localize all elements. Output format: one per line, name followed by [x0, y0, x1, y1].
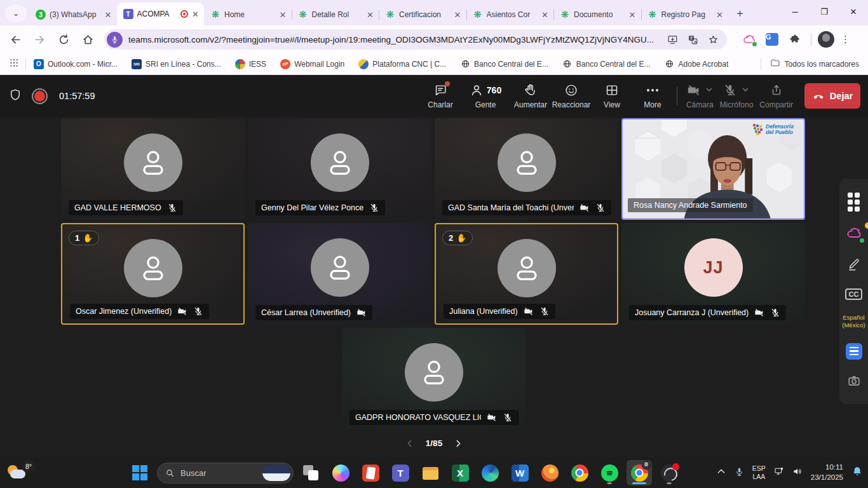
taskbar-search[interactable]: Buscar — [157, 463, 294, 484]
screen: ⌄ 3 (3) WhatsApp ✕ T ACOMPA ✕ ❋ Home ✕ ❋… — [0, 0, 868, 488]
tab-detalle-rol[interactable]: ❋ Detalle Rol ✕ — [292, 4, 379, 25]
copilot-button[interactable] — [328, 460, 353, 485]
bookmark-adobe[interactable]: Adobe Acrobat — [665, 59, 729, 69]
volume-icon[interactable] — [792, 466, 803, 479]
caption-language-label[interactable]: Español (México) — [839, 314, 868, 329]
tab-asientos[interactable]: ❋ Asientos Cor ✕ — [466, 4, 554, 25]
next-page-icon[interactable] — [454, 439, 463, 448]
participant-tile[interactable]: GAD Santa María del Toachi (Unverifi... — [435, 118, 618, 220]
close-button[interactable]: ✕ — [839, 0, 868, 23]
browser-menu-icon[interactable]: ⋮ — [841, 34, 851, 45]
bookmark-sri[interactable]: SRI SRI en Línea - Cons... — [132, 59, 221, 69]
captions-badge[interactable]: CC — [845, 288, 863, 300]
tab-close-icon[interactable]: ✕ — [367, 10, 374, 20]
mic-chevron-icon[interactable] — [742, 85, 749, 96]
restore-button[interactable]: ❐ — [810, 0, 839, 23]
tab-search-caret[interactable]: ⌄ — [5, 4, 27, 22]
weather-extension-icon[interactable] — [846, 226, 862, 243]
teams-app-button[interactable]: T — [388, 460, 413, 485]
tab-certificacion[interactable]: ❋ Certificacion ✕ — [379, 4, 466, 25]
tab-documento[interactable]: ❋ Documento ✕ — [553, 4, 641, 25]
clock[interactable]: 10:11 23/1/2025 — [811, 463, 843, 482]
participant-tile-video[interactable]: Defensoría del Pueblo Rosa Nancy Andrade… — [621, 118, 805, 220]
participant-tile[interactable]: JJ Josuany Carranza J (Unverified) — [621, 223, 805, 325]
tab-close-icon[interactable]: ✕ — [541, 10, 548, 20]
bookmark-star-icon[interactable] — [705, 32, 721, 47]
share-button[interactable]: Compartir — [759, 83, 793, 109]
translate-extension-icon[interactable]: G — [764, 31, 780, 48]
tab-teams-meeting[interactable]: T ACOMPA ✕ — [117, 3, 205, 25]
extensions-puzzle-icon[interactable] — [787, 31, 803, 48]
start-button[interactable] — [127, 460, 153, 485]
view-button[interactable]: View — [593, 83, 630, 109]
spotify-button[interactable] — [597, 460, 622, 485]
tab-registro-pag[interactable]: ❋ Registro Pag ✕ — [641, 4, 729, 25]
bookmark-banco-central-2[interactable]: Banco Central del E... — [562, 59, 651, 69]
bookmark-outlook[interactable]: O Outlook.com - Micr... — [34, 59, 118, 69]
react-button[interactable]: Reaccionar — [553, 83, 590, 109]
profile-avatar[interactable] — [818, 31, 834, 48]
participant-tile[interactable]: 2 ✋ Juliana (Unverified) — [435, 223, 618, 325]
minimize-button[interactable]: ─ — [780, 0, 810, 23]
previous-page-icon[interactable] — [405, 439, 414, 448]
docs-icon[interactable] — [846, 343, 862, 360]
install-app-icon[interactable] — [665, 32, 680, 47]
camera-chevron-icon[interactable] — [705, 85, 713, 96]
bookmark-webmail[interactable]: cP Webmail Login — [280, 59, 344, 69]
firefox-button[interactable] — [537, 460, 562, 485]
obs-button[interactable] — [656, 460, 682, 485]
edge-button[interactable] — [477, 460, 503, 485]
tab-close-icon[interactable]: ✕ — [716, 10, 723, 20]
home-icon[interactable] — [79, 30, 97, 48]
tab-close-icon[interactable]: ✕ — [192, 10, 199, 19]
mic-button[interactable]: Micrófono — [720, 83, 754, 109]
pdf-app-button[interactable] — [358, 460, 383, 485]
all-bookmarks[interactable]: Todos los marcadores — [752, 58, 859, 70]
highlighter-icon[interactable] — [847, 257, 861, 274]
chat-button[interactable]: Charlar — [422, 83, 459, 109]
network-icon[interactable] — [774, 466, 784, 479]
bookmark-iess[interactable]: IESS — [235, 59, 266, 69]
bookmark-cnc[interactable]: Plataforma CNC | C... — [358, 59, 446, 69]
tab-close-icon[interactable]: ✕ — [629, 10, 636, 20]
tray-chevron-up-icon[interactable] — [716, 466, 726, 479]
apps-grid-icon[interactable] — [9, 58, 19, 70]
participant-tile[interactable]: GADPR HONORATO VASQUEZ LIC. VI... — [342, 328, 526, 430]
notification-bell-icon[interactable] — [851, 466, 863, 480]
forward-icon[interactable] — [31, 30, 48, 48]
participant-tile[interactable]: GAD VALLE HERMOSO — [61, 118, 245, 220]
translate-icon[interactable] — [685, 32, 700, 47]
more-button[interactable]: More — [634, 83, 671, 109]
participant-tile[interactable]: César Larrea (Unverified) — [248, 223, 431, 325]
url-text[interactable]: teams.microsoft.com/v2/?meetingjoin=true… — [128, 35, 660, 44]
taskbar-weather-widget[interactable]: 8° — [6, 460, 42, 485]
site-mic-permission-icon[interactable] — [107, 32, 123, 48]
bookmark-banco-central-1[interactable]: Banco Central del E... — [460, 59, 548, 69]
tab-close-icon[interactable]: ✕ — [454, 10, 461, 20]
tab-close-icon[interactable]: ✕ — [280, 10, 287, 20]
camera-button[interactable]: Cámara — [686, 83, 714, 109]
tray-mic-icon[interactable] — [735, 467, 744, 479]
people-button[interactable]: 760 Gente — [463, 83, 508, 109]
leave-button[interactable]: Dejar — [804, 83, 860, 109]
back-icon[interactable] — [6, 30, 24, 48]
address-bar[interactable]: teams.microsoft.com/v2/?meetingjoin=true… — [104, 29, 727, 50]
raise-hand-button[interactable]: Aumentar — [512, 83, 549, 109]
tab-whatsapp[interactable]: 3 (3) WhatsApp ✕ — [29, 4, 117, 25]
word-button[interactable]: W — [507, 460, 532, 485]
chrome-button[interactable] — [567, 460, 592, 485]
weather-extension-icon[interactable] — [741, 31, 757, 48]
task-view-button[interactable] — [298, 460, 323, 485]
language-indicator[interactable]: ESP LAA — [752, 464, 766, 480]
reload-icon[interactable] — [55, 30, 72, 48]
participant-tile[interactable]: 1 ✋ Oscar Jimenez (Unverified) — [61, 223, 245, 325]
tab-home[interactable]: ❋ Home ✕ — [204, 4, 292, 25]
chrome-profile-button[interactable] — [627, 460, 652, 485]
new-tab-button[interactable]: ＋ — [735, 6, 745, 20]
file-explorer-button[interactable] — [417, 460, 443, 485]
excel-button[interactable]: X — [447, 460, 473, 485]
tab-close-icon[interactable]: ✕ — [105, 10, 112, 20]
participant-tile[interactable]: Genny Del Pilar Vélez Ponce — [248, 118, 431, 220]
screenshot-camera-icon[interactable] — [847, 374, 861, 390]
apps-grid-icon[interactable] — [848, 193, 860, 212]
